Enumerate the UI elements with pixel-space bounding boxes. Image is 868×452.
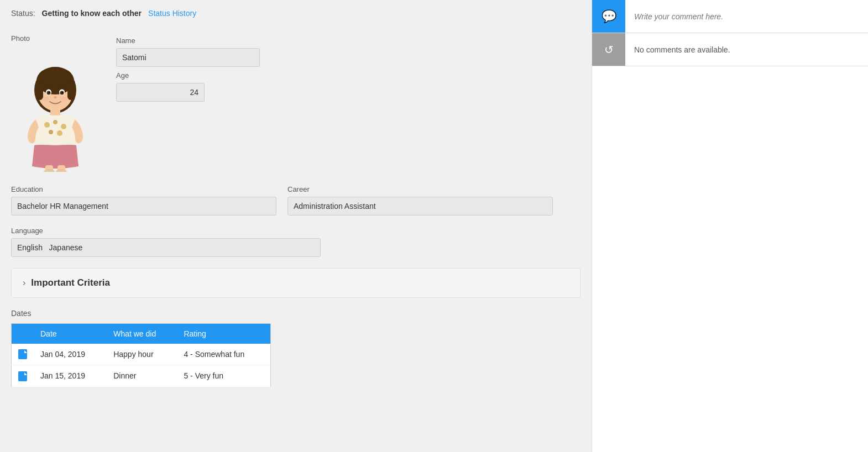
rating-cell: 5 - Very fun [177,365,270,387]
chat-icon: 💬 [602,9,616,24]
education-field-group: Education [11,185,276,216]
table-row[interactable]: Jan 04, 2019 Happy hour 4 - Somewhat fun [12,344,271,365]
career-field-group: Career [287,185,553,216]
language-input[interactable] [11,238,321,257]
language-section: Language [11,227,581,257]
rating-cell: 4 - Somewhat fun [177,344,270,365]
name-label: Name [116,36,260,45]
status-history-link[interactable]: Status History [148,9,196,18]
name-age-section: Name Age [116,36,260,102]
photo-label: Photo [11,34,100,43]
svg-point-19 [57,130,62,136]
document-icon [18,371,27,381]
comment-input[interactable] [625,0,868,33]
no-comments-row: ↺ No comments are available. [592,33,868,66]
col-date: Date [34,324,107,344]
document-icon [18,349,27,359]
name-input[interactable] [116,48,260,67]
comment-icon-button[interactable]: 💬 [592,0,625,33]
svg-point-11 [54,96,57,98]
col-what: What we did [107,324,177,344]
name-field-group: Name [116,36,260,67]
comment-input-row: 💬 [592,0,868,33]
svg-point-13 [61,97,69,101]
main-content: Status: Getting to know each other Statu… [0,0,592,452]
svg-point-17 [61,124,66,129]
age-label: Age [116,71,260,80]
education-label: Education [11,185,276,193]
date-cell: Jan 04, 2019 [34,344,107,365]
svg-point-8 [60,91,64,95]
date-cell: Jan 15, 2019 [34,365,107,387]
dates-label: Dates [11,309,581,318]
career-input[interactable] [287,197,553,216]
status-bar: Status: Getting to know each other Statu… [11,9,581,23]
what-cell: Happy hour [107,344,177,365]
refresh-icon-button[interactable]: ↺ [592,33,625,66]
photo-block: Photo [11,34,100,172]
right-sidebar: 💬 ↺ No comments are available. [592,0,868,452]
svg-rect-4 [67,81,74,100]
svg-point-7 [47,91,51,95]
education-input[interactable] [11,197,276,216]
page-container: Status: Getting to know each other Statu… [0,0,868,452]
svg-point-9 [49,92,50,93]
important-criteria-title: Important Criteria [31,277,110,288]
row-icon [12,365,34,387]
svg-point-15 [44,122,50,128]
age-input[interactable] [116,83,205,102]
what-cell: Dinner [107,365,177,387]
age-field-group: Age [116,71,260,102]
dates-table: Date What we did Rating Jan 04, 2019 Hap… [11,323,271,387]
svg-point-16 [53,120,57,124]
language-label: Language [11,227,581,235]
dates-table-header: Date What we did Rating [12,324,271,344]
education-career-section: Education Career [11,185,581,216]
important-criteria-section[interactable]: › Important Criteria [11,268,581,298]
profile-section: Photo [11,34,581,172]
dates-section: Dates Date What we did Rating Jan 04, 20… [11,309,581,387]
status-label: Status: [11,9,35,18]
col-icon [12,324,34,344]
refresh-icon: ↺ [604,43,614,56]
col-rating: Rating [177,324,270,344]
no-comments-text: No comments are available. [625,33,868,66]
status-value: Getting to know each other [42,9,142,18]
career-label: Career [287,185,553,193]
svg-point-10 [62,92,63,93]
chevron-icon: › [23,278,25,288]
avatar [11,50,100,172]
table-row[interactable]: Jan 15, 2019 Dinner 5 - Very fun [12,365,271,387]
row-icon [12,344,34,365]
svg-point-18 [49,130,53,134]
svg-rect-3 [36,81,43,100]
svg-point-12 [42,97,50,101]
